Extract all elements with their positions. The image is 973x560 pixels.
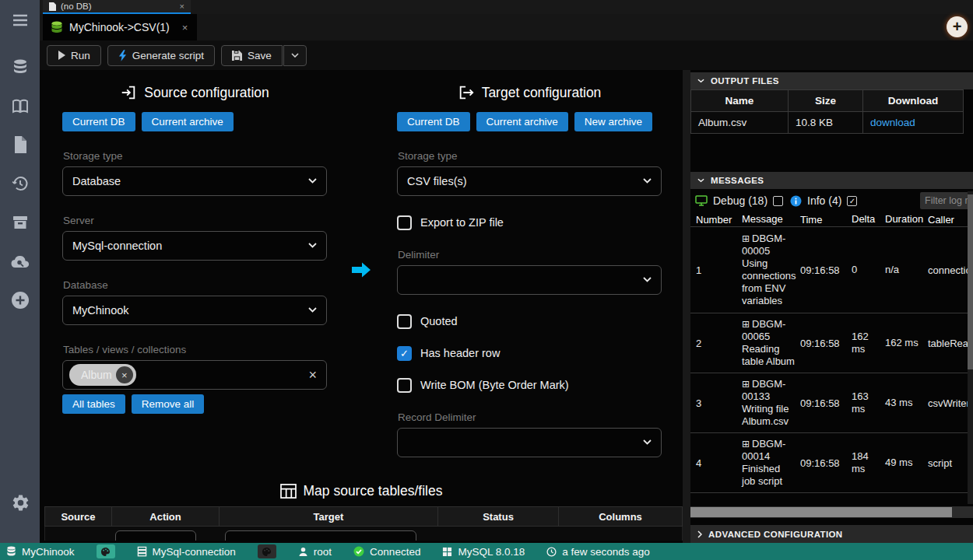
source-current-archive-button[interactable]: Current archive	[142, 112, 234, 131]
run-button[interactable]: Run	[47, 45, 101, 66]
save-button[interactable]: Save	[221, 45, 283, 66]
play-icon	[58, 51, 65, 60]
output-files-header[interactable]: OUTPUT FILES	[690, 72, 973, 89]
database-icon[interactable]	[10, 57, 30, 77]
chip-remove-icon[interactable]: ×	[116, 366, 133, 383]
source-storage-type-select[interactable]: Database	[62, 166, 327, 196]
debug-filter-label[interactable]: Debug (18)	[713, 194, 768, 207]
statusbar-version: MySQL 8.0.18	[442, 546, 525, 558]
add-connection-icon[interactable]	[10, 290, 30, 310]
floppy-icon	[232, 51, 242, 61]
horizontal-scrollbar[interactable]	[690, 506, 973, 518]
filter-log-input[interactable]	[920, 192, 973, 209]
download-link[interactable]: download	[870, 117, 915, 128]
close-icon[interactable]: ×	[180, 2, 184, 11]
database-green-icon	[51, 21, 63, 33]
target-new-archive-button[interactable]: New archive	[574, 112, 652, 131]
export-zip-checkbox-row[interactable]: ✓ Export to ZIP file	[397, 215, 662, 230]
cloud-search-icon[interactable]	[10, 251, 30, 271]
generate-script-button[interactable]: Generate script	[107, 45, 215, 66]
tab-mychinook-csv[interactable]: MyChinook->CSV(1) ×	[43, 14, 197, 40]
lightning-icon	[118, 50, 127, 61]
database-icon	[6, 546, 16, 557]
chevron-down-icon	[697, 79, 704, 83]
vertical-scrollbar[interactable]	[968, 191, 973, 504]
record-delimiter-label: Record Delimiter	[398, 411, 662, 423]
file-icon[interactable]	[10, 135, 30, 155]
debug-checkbox[interactable]: ✓	[773, 196, 783, 206]
checkbox[interactable]: ✓	[397, 378, 412, 393]
table-chip-album: Album ×	[69, 364, 136, 386]
close-icon[interactable]: ×	[182, 22, 188, 33]
source-current-db-button[interactable]: Current DB	[62, 112, 135, 131]
scrollbar-thumb[interactable]	[690, 507, 952, 517]
connection-color-icon[interactable]	[258, 544, 276, 558]
map-action-select[interactable]	[115, 530, 196, 541]
messages-table-header: Number Message Time Delta Duration Calle…	[690, 211, 973, 226]
target-storage-type-select[interactable]: CSV files(s)	[397, 166, 662, 196]
write-bom-checkbox-row[interactable]: ✓ Write BOM (Byte Order Mark)	[397, 377, 662, 393]
info-checkbox[interactable]: ✓	[847, 196, 857, 206]
statusbar-database[interactable]: MyChinook	[6, 546, 75, 558]
user-icon	[298, 547, 308, 557]
expand-icon[interactable]: ⊞	[742, 439, 750, 450]
remove-all-button[interactable]: Remove all	[132, 394, 205, 414]
source-database-label: Database	[63, 279, 327, 291]
archive-icon[interactable]	[10, 212, 30, 233]
message-row[interactable]: 4 ⊞DBGM-00014 Finished job script 09:16:…	[690, 432, 973, 492]
chevron-down-icon	[643, 277, 652, 282]
files-col-download: Download	[863, 90, 963, 111]
message-row[interactable]: 2 ⊞DBGM-00065 Reading table Album 09:16:…	[690, 313, 973, 373]
source-server-label: Server	[63, 215, 327, 226]
quoted-checkbox-row[interactable]: ✓ Quoted	[397, 313, 662, 329]
source-server-select[interactable]: MySql-connection	[62, 231, 327, 261]
statusbar-connection[interactable]: MySql-connection	[137, 546, 236, 558]
chevron-down-icon	[308, 307, 317, 313]
new-tab-button[interactable]: +	[947, 16, 968, 37]
chevron-down-icon	[697, 178, 704, 183]
menu-icon[interactable]	[10, 10, 30, 30]
panel-divider[interactable]	[683, 70, 690, 543]
source-database-select[interactable]: MyChinook	[62, 296, 327, 325]
map-target-input[interactable]	[225, 530, 416, 541]
message-row[interactable]: 1 ⊞DBGM-00005 Using connections from ENV…	[690, 226, 973, 313]
tab-no-db[interactable]: (no DB) ×	[43, 0, 191, 14]
source-title: Source configuration	[62, 84, 327, 101]
checkbox[interactable]: ✓	[397, 346, 412, 361]
checkbox[interactable]: ✓	[397, 215, 412, 230]
target-current-archive-button[interactable]: Current archive	[476, 112, 568, 131]
settings-gear-icon[interactable]	[10, 492, 30, 513]
delimiter-select[interactable]	[397, 265, 662, 295]
advanced-configuration-header[interactable]: ADVANCED CONFIGURATION	[690, 525, 973, 543]
export-icon	[458, 84, 475, 101]
main-tab-label: MyChinook->CSV(1)	[69, 21, 170, 33]
right-panel: OUTPUT FILES Name Size Download Album.cs…	[690, 70, 973, 543]
history-icon[interactable]	[10, 173, 30, 194]
message-row[interactable]: 3 ⊞DBGM-00133 Writing file Album.csv 09:…	[690, 373, 973, 432]
save-dropdown-button[interactable]	[283, 45, 307, 66]
target-current-db-button[interactable]: Current DB	[397, 112, 470, 131]
scrollbar-thumb[interactable]	[968, 194, 973, 369]
database-color-icon[interactable]	[97, 544, 115, 558]
info-filter-label[interactable]: Info (4)	[807, 194, 841, 207]
chevron-down-icon	[308, 178, 317, 184]
clear-selection-icon[interactable]: ×	[308, 367, 317, 383]
checkbox[interactable]: ✓	[397, 314, 412, 329]
messages-table: Number Message Time Delta Duration Calle…	[690, 211, 973, 493]
statusbar-updated: a few seconds ago	[546, 546, 650, 558]
book-icon[interactable]	[10, 96, 30, 117]
all-tables-button[interactable]: All tables	[62, 394, 125, 414]
messages-header[interactable]: MESSAGES	[690, 172, 973, 189]
record-delimiter-select[interactable]	[397, 428, 662, 457]
file-name: Album.csv	[691, 112, 789, 133]
source-configuration-panel: Source configuration Current DB Current …	[62, 70, 327, 414]
has-header-checkbox-row[interactable]: ✓ Has header row	[397, 345, 662, 361]
chevron-down-icon	[308, 243, 317, 248]
map-col-columns: Columns	[559, 507, 682, 526]
file-tab-strip: (no DB) ×	[40, 0, 973, 14]
tables-multiselect[interactable]: Album × ×	[62, 360, 327, 390]
expand-icon[interactable]: ⊞	[742, 379, 750, 390]
expand-icon[interactable]: ⊞	[742, 319, 750, 330]
debug-monitor-icon	[695, 195, 708, 206]
expand-icon[interactable]: ⊞	[742, 233, 750, 244]
